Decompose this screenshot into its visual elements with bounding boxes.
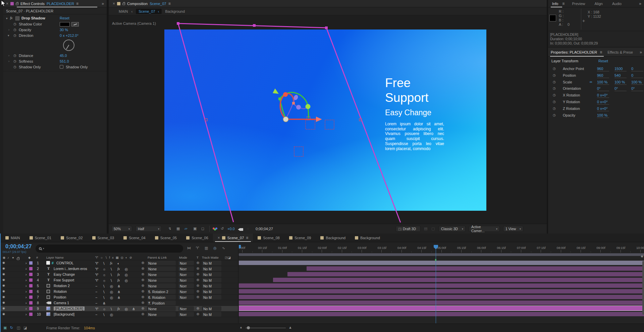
layer-name[interactable]: Free Support [54,278,74,282]
layer-name[interactable]: [PLACEHOLDER] [54,307,85,311]
direction-value[interactable]: 0 x +212.0° [60,34,78,38]
quality-switch-icon[interactable]: ∖ [103,261,105,265]
shy-switch-icon[interactable]: ♈ [95,307,98,311]
blend-mode-dropdown[interactable]: Norr▾ [178,272,194,277]
renderer-dropdown[interactable]: Classic 3D▾ [439,226,466,232]
twirl-right-icon[interactable]: › [25,295,27,299]
stopwatch-icon[interactable]: ◷ [13,22,16,26]
quality-switch-icon[interactable]: ∖ [103,290,105,294]
twirl-right-icon[interactable]: › [25,267,27,271]
matte-pick-whip-icon[interactable]: ◎ [197,307,199,310]
tab-preview[interactable]: Preview [567,2,590,6]
panel-expand-icon[interactable]: » [102,1,104,6]
panel-menu-icon[interactable]: ≡ [168,1,171,6]
matte-pick-whip-icon[interactable]: ◎ [197,272,199,276]
comp-marker-icon[interactable]: ◈ [641,254,643,258]
parent-link-dropdown[interactable]: None▾ [147,312,176,317]
crop-region-icon[interactable]: ◻ [201,226,204,231]
layer-row-3[interactable]: ◉›3TEasy Change♈☼∖fx◎◎None▾Norr▾◎No M▾ [1,272,238,277]
composition-tab-label[interactable]: Composition [127,2,148,6]
twirl-right-icon[interactable]: › [8,60,9,63]
proxy-icon[interactable]: ◫ [17,326,20,330]
timeline-tab-background[interactable]: Background [316,234,350,242]
chain-switch-icon[interactable]: ⋔ [117,295,120,300]
pick-whip-icon[interactable]: ◎ [142,312,144,316]
composition-mini-flowchart-icon[interactable]: ⋈ [187,246,191,250]
tab-align[interactable]: Align [590,2,607,6]
layer-duration-bar-2[interactable] [307,266,644,271]
lock-icon[interactable] [16,3,18,5]
refresh-icon[interactable]: ↻ [10,326,13,330]
timeline-tab-background[interactable]: Background [350,234,385,242]
pick-whip-icon[interactable]: ◎ [142,284,144,287]
pick-whip-icon[interactable]: ◎ [142,301,144,304]
ground-plane-icon[interactable]: ▤ [424,226,427,231]
fx-badge-icon[interactable]: fx [10,16,12,20]
parent-link-dropdown[interactable]: None▾ [147,283,176,288]
eye-icon[interactable]: ◉ [2,295,5,298]
pick-whip-icon[interactable]: ◎ [142,307,144,310]
playhead-line[interactable] [436,246,436,323]
blend-mode-dropdown[interactable]: Norr▾ [178,295,194,300]
sun-switch-icon[interactable]: ☼ [103,267,106,271]
transform-reset-button[interactable]: Reset [598,59,608,63]
close-icon[interactable]: × [113,1,115,6]
eyedropper-button[interactable] [71,22,79,26]
parent-link-dropdown[interactable]: None▾ [147,278,176,282]
transform-value[interactable]: 0 x+0° [597,107,609,111]
parent-link-dropdown[interactable]: 6. Rotation▾ [147,295,176,300]
show-snapshot-icon[interactable]: ◌ [247,226,249,230]
collapse-switch-icon[interactable]: − [95,295,97,300]
track-matte-dropdown[interactable]: No M▾ [202,289,221,294]
blur-switch-icon[interactable]: ◎ [125,267,128,271]
layer-duration-bar-8[interactable] [239,301,644,305]
stopwatch-icon[interactable]: ◷ [13,34,16,37]
shy-switch-icon[interactable]: ♈ [95,261,98,265]
chain-switch-icon[interactable]: ⋔ [103,301,106,305]
layer-duration-bar-9[interactable] [239,306,644,311]
stopwatch-icon[interactable]: ◷ [13,28,16,31]
camera-view-dropdown[interactable]: Active Camer...▾ [469,226,500,232]
transform-value[interactable]: 0 x+0° [597,100,609,105]
time-ruler[interactable]: 0:00f00:15f01:00f01:15f02:00f02:15f03:00… [239,242,644,253]
blur-switch-icon[interactable]: ◎ [125,273,128,277]
transform-value[interactable]: 0° [597,86,609,91]
pick-whip-icon[interactable]: ◎ [142,272,144,276]
label-color-swatch[interactable] [29,261,33,265]
transparency-grid-icon[interactable]: ▦ [176,226,180,231]
transform-value[interactable]: 0 [631,67,643,71]
composition-viewer[interactable]: Active Camera (Camera 1) Free Support Ea… [109,15,547,224]
layer-row-2[interactable]: ◉›2TLorem i...terdum eros♈☼∖fx◎◎None▾Nor… [1,266,238,272]
twirl-down-icon[interactable]: ▾ [6,17,8,20]
track-matte-dropdown[interactable]: No M▾ [202,295,221,300]
stopwatch-icon[interactable]: ◷ [553,67,556,70]
layer-name[interactable]: CONTROL [56,261,73,265]
layer-name[interactable]: Camera 1 [54,301,69,305]
layer-duration-bar-5[interactable] [239,283,644,288]
sun-switch-icon[interactable]: ☼ [103,273,106,277]
twirl-right-icon[interactable]: › [25,301,27,305]
parent-link-dropdown[interactable]: 5. Rotation 2▾ [147,289,176,294]
transform-value[interactable]: 0° [614,86,627,91]
blend-mode-dropdown[interactable]: Norr▾ [178,261,194,265]
layer-name[interactable]: Position [54,295,66,299]
layer-name[interactable]: Rotation [54,289,67,293]
shadow-color-swatch[interactable] [60,22,70,26]
layer-transform-section[interactable]: Layer Transform [551,59,578,63]
twirl-right-icon[interactable]: › [25,307,27,311]
stopwatch-icon[interactable]: ◷ [553,86,556,90]
panel-menu-icon[interactable]: ≡ [559,1,567,6]
blur-switch-icon[interactable]: ◎ [125,278,128,282]
pick-whip-icon[interactable]: ◎ [142,278,144,281]
layer-duration-bar-10[interactable] [239,312,644,316]
matte-pick-whip-icon[interactable]: ◎ [197,289,199,293]
search-input[interactable]: ▾ [36,245,183,253]
breadcrumb-current[interactable]: Scene_07 ‹ [136,9,162,14]
stopwatch-icon[interactable]: ◷ [553,107,556,110]
matte-pick-whip-icon[interactable]: ◎ [197,295,199,298]
twirl-right-icon[interactable]: › [25,278,27,282]
parent-link-dropdown[interactable]: None▾ [147,306,176,311]
blend-mode-dropdown[interactable]: Norr▾ [178,278,194,282]
transform-value[interactable]: 0 x+0° [597,93,609,98]
label-color-swatch[interactable] [29,284,33,287]
